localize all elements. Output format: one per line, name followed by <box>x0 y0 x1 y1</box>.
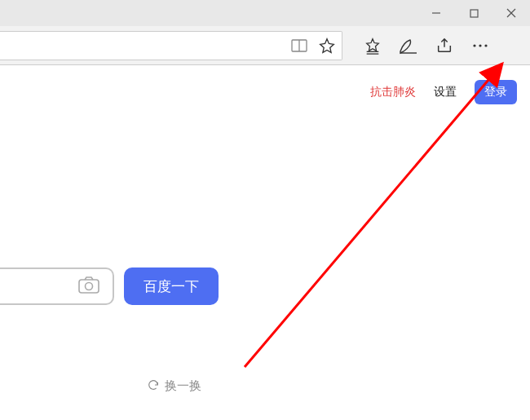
svg-rect-1 <box>470 10 478 17</box>
svg-point-11 <box>484 44 487 46</box>
svg-rect-12 <box>79 280 99 293</box>
svg-point-13 <box>86 283 93 290</box>
covid-link[interactable]: 抗击肺炎 <box>370 85 416 99</box>
more-menu-icon[interactable] <box>465 30 496 61</box>
browser-toolbar <box>0 26 530 65</box>
search-button[interactable]: 百度一下 <box>124 267 219 305</box>
refresh-icon <box>147 378 160 394</box>
svg-point-10 <box>479 44 481 46</box>
address-bar[interactable] <box>0 31 342 60</box>
top-links: 抗击肺炎 设置 登录 <box>370 80 517 104</box>
maximize-button[interactable] <box>455 0 492 26</box>
toolbar-icons <box>357 30 496 61</box>
favorites-list-icon[interactable] <box>357 30 388 61</box>
page-content: 抗击肺炎 设置 登录 百度一下 换一换 <box>0 65 530 420</box>
close-button[interactable] <box>492 0 530 26</box>
refresh-label: 换一换 <box>165 378 201 394</box>
web-notes-icon[interactable] <box>393 30 424 61</box>
favorite-star-icon[interactable] <box>319 38 335 54</box>
search-area: 百度一下 <box>0 267 219 305</box>
refresh-link[interactable]: 换一换 <box>147 378 201 394</box>
svg-point-9 <box>473 44 475 46</box>
reading-view-icon[interactable] <box>291 38 307 54</box>
minimize-button[interactable] <box>417 0 455 26</box>
camera-icon[interactable] <box>78 276 99 297</box>
login-button[interactable]: 登录 <box>475 80 517 104</box>
settings-link[interactable]: 设置 <box>434 85 457 99</box>
window-controls <box>0 0 530 26</box>
search-input[interactable] <box>0 267 114 305</box>
share-icon[interactable] <box>429 30 460 61</box>
